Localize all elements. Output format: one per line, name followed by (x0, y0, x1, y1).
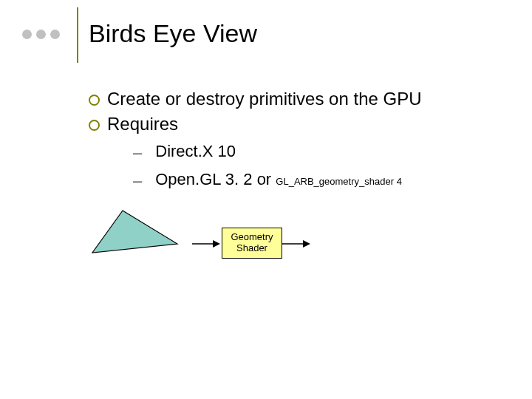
slide-body: Create or destroy primitives on the GPU … (89, 89, 510, 191)
triangle-icon (89, 207, 185, 259)
diagram: Geometry Shader (89, 207, 399, 281)
box-label-line2: Shader (236, 242, 267, 253)
dot-icon (22, 30, 32, 39)
ring-bullet-icon (89, 120, 100, 131)
slide-title: Birds Eye View (89, 19, 257, 48)
bullet-text: Create or destroy primitives on the GPU (107, 89, 422, 109)
bullet-level1: Requires (89, 114, 510, 134)
title-divider (77, 7, 78, 63)
slide: Birds Eye View Create or destroy primiti… (0, 0, 532, 399)
svg-marker-0 (92, 211, 177, 253)
bullet-text: Direct.X 10 (155, 142, 236, 161)
dot-icon (36, 30, 46, 39)
dot-icon (50, 30, 60, 39)
geometry-shader-box: Geometry Shader (222, 228, 282, 259)
bullet-text-main: Open.GL 3. 2 or (155, 170, 276, 188)
box-label-line1: Geometry (231, 231, 273, 242)
svg-marker-2 (213, 240, 220, 248)
bullet-level2: – Open.GL 3. 2 or GL_ARB_geometry_shader… (133, 170, 510, 191)
bullet-level1: Create or destroy primitives on the GPU (89, 89, 510, 109)
bullet-text: Open.GL 3. 2 or GL_ARB_geometry_shader 4 (155, 170, 402, 189)
corner-dots (22, 30, 60, 39)
bullet-text: Requires (107, 114, 178, 134)
svg-marker-4 (303, 240, 310, 248)
bullet-level2: – Direct.X 10 (133, 142, 510, 163)
ring-bullet-icon (89, 95, 100, 106)
bullet-text-ext: GL_ARB_geometry_shader 4 (276, 176, 402, 187)
dash-bullet-icon: – (133, 171, 142, 191)
arrow-right-icon (192, 239, 220, 248)
arrow-right-icon (282, 239, 310, 248)
dash-bullet-icon: – (133, 143, 142, 163)
